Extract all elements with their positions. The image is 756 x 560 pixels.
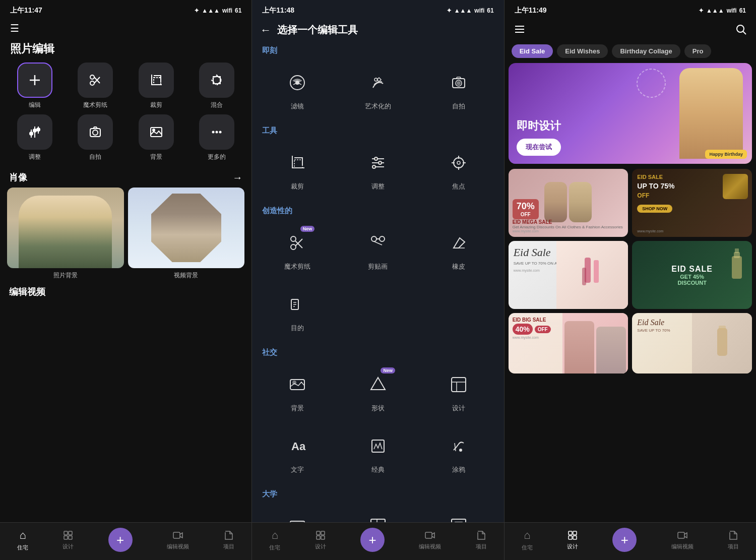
tool-shape[interactable]: New 形状 [338,363,418,419]
p3-menu-icon[interactable] [514,23,526,38]
tool-classic[interactable]: 经典 [338,425,418,480]
nav-video-3[interactable]: 编辑视频 [671,530,694,550]
tab-birthday-collage[interactable]: Birthday Collage [612,44,680,58]
tool-scribble[interactable]: 涂鸦 [418,425,499,480]
nav-project-3[interactable]: 项目 [728,530,739,550]
nav-project-1[interactable]: 项目 [223,530,234,550]
tool-art[interactable]: 艺术化的 [338,61,418,117]
tool-selfie[interactable]: 自拍 [68,114,123,161]
video-section-title: 编辑视频 [0,280,251,301]
svg-rect-89 [719,326,726,330]
tool-crop[interactable]: 裁剪 [129,63,184,109]
tool-frame[interactable]: 框架 [418,505,499,522]
tool-edit[interactable]: 编辑 [7,63,62,109]
nav-home-3[interactable]: ⌂ 住宅 [522,529,533,551]
edit-icon-box[interactable] [17,63,52,98]
tool-freeform[interactable]: 自由式 [257,505,338,522]
hero-banner[interactable]: 即时设计 现在尝试 Happy Birthday [509,63,752,164]
video-background-card[interactable] [128,188,245,268]
panel-photo-editor: 上午11:47 ✦ ▲▲▲ wifi 61 ☰ 照片编辑 编辑 [0,0,251,560]
tool-collage[interactable]: 剪贴画 [338,222,418,277]
video-label-3: 编辑视频 [671,543,694,550]
p3-content[interactable]: 即时设计 现在尝试 Happy Birthday [505,63,756,522]
tool-target[interactable]: 目的 [257,283,338,339]
tool-adjust[interactable]: 调整 [7,114,62,161]
magic-scissors-icon-box[interactable] [78,63,113,98]
card-eid-green[interactable]: EID SALE GET 45% DISCOUNT [632,241,752,309]
tool-adjust2[interactable]: 调整 [338,142,418,197]
svg-point-2 [90,75,94,79]
card-eid-script[interactable]: Eid Sale SAVE UP TO 70% ON ALL ITEMS www… [509,241,628,309]
home-label-2: 住宅 [269,544,280,551]
nav-home-2[interactable]: ⌂ 住宅 [269,529,280,551]
tool-more-label: 更多的 [208,153,226,161]
svg-point-64 [460,449,462,451]
tool-selfie2[interactable]: 自拍 [418,61,499,117]
eid-sale-dark-btn[interactable]: SHOP NOW [637,205,672,213]
card-eid-big[interactable]: EID BIG SALE 40% OFF www.mysite.com [509,313,628,374]
tab-pro[interactable]: Pro [684,44,712,58]
tool-focus[interactable]: 焦点 [418,142,499,197]
portrait-arrow-icon[interactable]: → [232,172,242,183]
selfie-icon-box[interactable] [78,114,113,150]
back-button[interactable]: ← [260,24,271,37]
tool-row-instant: 滤镜 艺术化的 [252,58,503,120]
tool-magic[interactable]: 魔术剪纸 [68,63,123,109]
target-icon [282,289,312,320]
background-icon-box[interactable] [139,114,174,150]
project-label-3: 项目 [728,543,739,550]
tabs-bar: Eid Sale Eid Wishes Birthday Collage Pro [505,41,756,63]
card-eid-mega[interactable]: 70% OFF EID MEGA SALE Get Amazing Discou… [509,169,628,237]
tool-filter[interactable]: 滤镜 [257,61,338,117]
tool-eraser[interactable]: 橡皮 [418,222,499,277]
blend-icon-box[interactable] [199,63,234,98]
new-badge-magic: New [300,226,315,232]
hero-try-button[interactable]: 现在尝试 [517,139,561,156]
tool-blend[interactable]: 混合 [189,63,244,109]
nav-design-1[interactable]: 设计 [62,530,74,550]
tab-eid-sale[interactable]: Eid Sale [512,44,553,58]
nav-video-2[interactable]: 编辑视频 [419,530,441,550]
nav-design-2[interactable]: 设计 [315,530,326,550]
p2-scroll-content[interactable]: 即刻 滤镜 [252,40,503,522]
card-eid-extra[interactable]: Eid Sale SAVE UP TO 70% [632,313,752,374]
svg-point-44 [291,236,296,241]
tool-background[interactable]: 背景 [129,114,184,161]
tool-crop2[interactable]: 裁剪 [257,142,338,197]
mega-sub: Get Amazing Discounts On All Clothes & F… [513,225,624,229]
eraser-icon [444,228,474,258]
nav-home-1[interactable]: ⌂ 住宅 [17,529,28,551]
crop-icon-box[interactable] [139,63,174,98]
svg-point-11 [30,132,33,135]
card-eid-sale-dark[interactable]: EID SALE UP TO 75% OFF SHOP NOW www.mysi… [632,169,752,237]
svg-rect-63 [372,440,384,452]
cards-grid: 70% OFF EID MEGA SALE Get Amazing Discou… [509,169,752,374]
nav-video-1[interactable]: 编辑视频 [167,530,189,550]
photo-background-card[interactable] [7,188,124,268]
portrait-item-photo[interactable]: 照片背景 [7,188,124,280]
search-icon[interactable] [735,23,747,38]
menu-icon[interactable]: ☰ [10,22,19,34]
portrait-item-video[interactable]: 视频背景 [128,188,245,280]
hero-decorations: Happy Birthday [606,63,752,164]
more-icon-box[interactable] [199,114,234,150]
magic-scissors-label: 魔术剪纸 [284,262,310,271]
svg-point-26 [296,81,299,84]
woman-figure-2 [569,182,592,222]
nav-add-button-2[interactable]: + [360,528,385,552]
tool-more[interactable]: 更多的 [189,114,244,161]
status-bar-1: 上午11:47 ✦ ▲▲▲ wifi 61 [0,0,251,18]
svg-point-12 [37,128,40,131]
nav-add-button-1[interactable]: + [108,528,133,552]
nav-design-3[interactable]: 设计 [567,530,578,550]
tool-grid[interactable]: 格 [338,505,418,522]
tab-eid-wishes[interactable]: Eid Wishes [557,44,608,58]
adjust-icon-box[interactable] [17,114,52,150]
video-label-2: 编辑视频 [419,543,441,550]
tool-design[interactable]: 设计 [418,363,499,419]
tool-text[interactable]: Aa 文字 [257,425,338,480]
tool-background2[interactable]: 背景 [257,363,338,419]
nav-add-button-3[interactable]: + [612,528,637,552]
nav-project-2[interactable]: 项目 [476,530,487,550]
tool-magic-scissors[interactable]: New 魔术剪纸 [257,222,338,277]
